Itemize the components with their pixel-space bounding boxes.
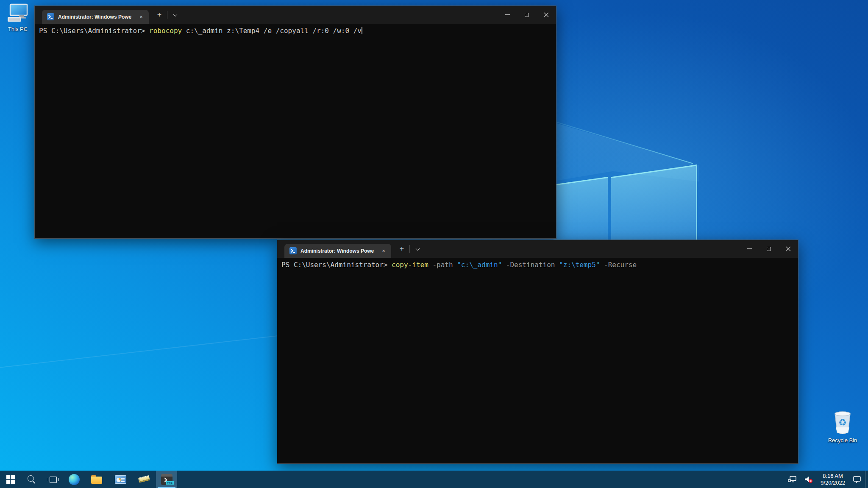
preview-badge: PRE	[166, 481, 174, 485]
windows-logo-icon	[6, 475, 15, 484]
minimize-button[interactable]	[498, 6, 517, 24]
argument-tokens: c:\_admin z:\Temp4 /e /copyall /r:0 /w:0…	[182, 27, 362, 35]
close-button[interactable]	[537, 6, 556, 24]
terminal-window-1: Administrator: Windows Powe × + PS C:\Us…	[34, 6, 556, 239]
network-status-button[interactable]	[785, 471, 801, 488]
window-controls	[740, 240, 798, 258]
wallpaper-logo-pane-left	[554, 177, 608, 249]
close-button[interactable]	[779, 240, 798, 258]
parameter-token: -path	[428, 261, 457, 269]
this-pc-label: This PC	[8, 26, 28, 32]
close-icon	[544, 12, 549, 17]
wallpaper-beam-edge	[555, 121, 693, 164]
recycle-bin-label: Recycle Bin	[828, 437, 857, 443]
taskbar-clock[interactable]: 8:16 AM 9/20/2022	[817, 473, 849, 486]
windows-terminal-preview-icon: PRE	[161, 474, 172, 485]
terminal1-tab[interactable]: Administrator: Windows Powe ×	[42, 10, 149, 24]
server-dashboard-icon	[115, 475, 126, 484]
window-controls	[498, 6, 556, 24]
string-token: "z:\temp5"	[559, 261, 600, 269]
desktop-icon-recycle-bin[interactable]: ♻ Recycle Bin	[826, 409, 860, 443]
clock-date: 9/20/2022	[821, 480, 845, 486]
tabbar-divider	[409, 245, 410, 253]
maximize-button[interactable]	[517, 6, 537, 24]
tab-dropdown-button[interactable]	[412, 244, 423, 254]
tab-dropdown-button[interactable]	[170, 10, 180, 20]
terminal-window-2: Administrator: Windows Powe × + PS C:\Us…	[277, 240, 798, 464]
tab-title: Administrator: Windows Powe	[58, 14, 133, 20]
prompt-text: PS C:\Users\Administrator>	[39, 27, 149, 35]
new-tab-button[interactable]: +	[397, 244, 407, 254]
terminal1-content[interactable]: PS C:\Users\Administrator> robocopy c:\_…	[35, 24, 556, 238]
taskbar-item-documentation[interactable]	[132, 471, 156, 488]
volume-button[interactable]	[801, 471, 817, 488]
string-token: "c:\_admin"	[457, 261, 502, 269]
parameter-token: -Recurse	[600, 261, 637, 269]
this-pc-icon	[6, 3, 30, 25]
start-button[interactable]	[0, 471, 21, 488]
minimize-icon	[747, 248, 752, 249]
powershell-icon	[47, 13, 54, 20]
tabbar-divider	[167, 11, 167, 19]
command-token: copy-item	[392, 261, 428, 269]
command-token: robocopy	[149, 27, 182, 35]
new-tab-button[interactable]: +	[154, 10, 164, 20]
wallpaper-faint-beam	[0, 335, 278, 368]
minimize-icon	[505, 14, 510, 15]
task-view-button[interactable]	[42, 471, 64, 488]
terminal1-titlebar[interactable]: Administrator: Windows Powe × +	[35, 6, 556, 24]
network-icon	[788, 476, 797, 483]
task-view-icon	[48, 476, 58, 483]
show-desktop-button[interactable]	[865, 471, 868, 488]
volume-muted-icon	[804, 476, 813, 483]
book-icon	[138, 476, 150, 483]
terminal2-command-line: PS C:\Users\Administrator> copy-item -pa…	[281, 260, 794, 269]
maximize-icon	[525, 13, 529, 17]
microsoft-edge-icon	[69, 474, 80, 485]
minimize-button[interactable]	[740, 240, 759, 258]
search-button[interactable]	[21, 471, 42, 488]
terminal2-content[interactable]: PS C:\Users\Administrator> copy-item -pa…	[277, 258, 798, 463]
prompt-text: PS C:\Users\Administrator>	[281, 261, 392, 269]
wallpaper-light-beam	[555, 121, 699, 202]
action-center-icon	[853, 476, 861, 483]
file-explorer-icon	[91, 475, 102, 484]
parameter-token: -Destination	[502, 261, 559, 269]
search-icon	[27, 475, 36, 484]
close-icon	[786, 246, 791, 251]
terminal2-tab[interactable]: Administrator: Windows Powe ×	[284, 244, 391, 258]
taskbar-item-edge[interactable]	[64, 471, 85, 488]
terminal2-titlebar[interactable]: Administrator: Windows Powe × +	[277, 240, 798, 258]
system-tray: 8:16 AM 9/20/2022	[785, 471, 868, 488]
clock-time: 8:16 AM	[823, 473, 843, 479]
taskbar-item-server-dashboard[interactable]	[108, 471, 132, 488]
chevron-down-icon	[415, 246, 420, 251]
terminal1-command-line: PS C:\Users\Administrator> robocopy c:\_…	[39, 26, 552, 35]
tab-close-icon[interactable]: ×	[379, 247, 388, 255]
maximize-icon	[767, 247, 771, 251]
text-cursor	[362, 27, 362, 34]
action-center-button[interactable]	[849, 471, 865, 488]
taskbar: PRE 8:16 AM	[0, 471, 868, 488]
desktop[interactable]: This PC ♻ Recycle Bin	[0, 0, 868, 488]
recycle-bin-icon: ♻	[831, 409, 854, 437]
tab-title: Administrator: Windows Powe	[300, 248, 376, 254]
svg-text:♻: ♻	[838, 417, 847, 428]
chevron-down-icon	[173, 12, 177, 17]
taskbar-item-file-explorer[interactable]	[85, 471, 108, 488]
desktop-icon-this-pc[interactable]: This PC	[1, 3, 35, 32]
powershell-icon	[289, 247, 297, 254]
tab-close-icon[interactable]: ×	[137, 13, 145, 21]
taskbar-item-windows-terminal[interactable]: PRE	[156, 471, 177, 488]
maximize-button[interactable]	[759, 240, 779, 258]
